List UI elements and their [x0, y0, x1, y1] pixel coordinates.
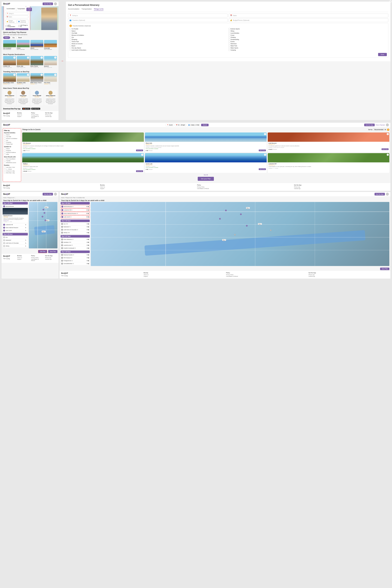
result-zurichlake[interactable]: ♡ Zurich Lake ★★★★★ 4.8 Duration: 1 - 2 …	[145, 153, 266, 173]
bahnhof-expand[interactable]: ⌄	[26, 206, 27, 207]
museum-info[interactable]: ℹ	[26, 227, 26, 228]
add-rhein[interactable]: Add to Plan	[259, 150, 266, 151]
il-fb[interactable]: f	[3, 258, 4, 260]
act-climbing[interactable]: Climbing	[228, 36, 387, 38]
s-twitter[interactable]: t	[6, 187, 6, 189]
filter-wheelchair[interactable]: Wheelchair access	[4, 162, 20, 164]
act-beach[interactable]: Beach	[70, 45, 228, 46]
s-pinterest[interactable]: p	[7, 187, 8, 189]
act-museum[interactable]: Museum & Exhibition	[70, 34, 228, 36]
result-lindenhof[interactable]: ♡ Lindenhof Hill ★★★★★ 4.8 Lindenhofplat…	[268, 153, 389, 173]
travelers-field[interactable]: 👤 Travelers (Optional)	[17, 19, 28, 24]
tab-accommodation[interactable]: Accommodation	[6, 8, 16, 11]
get-app-button[interactable]: Get the App	[42, 2, 53, 5]
heart-burj[interactable]: ♡	[13, 74, 16, 76]
rbg-icon2[interactable]: 🗑	[88, 254, 89, 256]
get-plan-button[interactable]: Get your Plan	[198, 177, 214, 181]
rbg-icon1[interactable]: ⚙	[87, 254, 88, 256]
rplace-lindenhof[interactable]: 2 Lindenhof Hill ① ⚙ 🗑	[60, 208, 90, 212]
footer-about[interactable]: About Us	[17, 114, 29, 116]
act-nature[interactable]: Nature	[70, 30, 228, 32]
rplace-prediger[interactable]: 3 Predigerkirche ① ⚙ 🗑	[60, 260, 90, 262]
rplace-lake[interactable]: 4 Lake Zurich ① ⚙ 🗑	[60, 215, 90, 218]
itin-left-avatar[interactable]	[54, 193, 57, 196]
result-lindt[interactable]: ♡ Lindt Museum ★★★★½ 4.5 An extensive gu…	[268, 132, 389, 152]
find-tripmate[interactable]: Find a Tripmate	[376, 124, 385, 126]
heart-london[interactable]: ♡	[13, 56, 16, 59]
lake-info[interactable]: ℹ	[26, 230, 26, 231]
rsc-icon1[interactable]: ⚙	[87, 232, 88, 233]
dest-putten[interactable]: Putten Near Amsterdam	[17, 40, 30, 50]
itin-right-avatar[interactable]	[386, 193, 389, 196]
rplace-friedhof[interactable]: 4 Friedhof Grindewald ① ⚙ 🗑	[60, 247, 90, 250]
rb-icon1[interactable]: ⚙	[86, 206, 88, 207]
ir-li[interactable]: in	[62, 275, 63, 276]
save-plan-button[interactable]: Save Plan	[48, 250, 58, 253]
ir-ig[interactable]: ig	[66, 275, 68, 276]
act-waterpark[interactable]: Water Park	[228, 45, 387, 46]
act-snowboard[interactable]: Snowboarding	[228, 39, 387, 40]
rplace-botanical[interactable]: 1 Botanical Garden ① ⚙ 🗑	[60, 254, 90, 256]
ir-pi[interactable]: p	[65, 275, 66, 276]
rplace-lindt-home[interactable]: 3 Lindt Home of Chocolate ① ⚙ 🗑	[60, 228, 90, 231]
destination-input[interactable]: 📍Zurich	[166, 124, 174, 126]
rz-icon1[interactable]: ⚙	[87, 223, 88, 224]
edit-plan-button[interactable]: Edit Plan	[38, 250, 47, 253]
il-cancel[interactable]: Cancellation & Refund	[31, 258, 43, 261]
rz-icon2[interactable]: 🗑	[88, 223, 89, 224]
s-linkedin[interactable]: in	[4, 187, 5, 189]
filter-citywalk[interactable]: City Walk	[4, 136, 20, 138]
dest-otterlo[interactable]: Otterlo Near Amsterdam	[30, 40, 43, 50]
pop-london[interactable]: ♡ London, UK 1016 Things to do	[3, 56, 16, 68]
rnd-icon1[interactable]: ⚙	[87, 226, 88, 228]
ir-privacy[interactable]: Privacy Policy	[226, 274, 306, 276]
heart-montrck[interactable]: ♡	[54, 56, 56, 59]
budget-input[interactable]: 💰 Budget/Person (Optional)	[229, 18, 388, 22]
filter-nature[interactable]: Nature	[4, 134, 20, 136]
filter-theme[interactable]: Theme Park	[4, 143, 20, 145]
rpk-icon1[interactable]: ⚙	[87, 260, 88, 262]
il-android[interactable]: Android App	[45, 258, 57, 260]
rlh-icon1[interactable]: ⚙	[87, 229, 88, 230]
app-store-badge[interactable]: 🍎 App Store	[22, 108, 30, 110]
rday4-header[interactable]: Day 4 (18 Apr)	[60, 250, 90, 253]
footer-privacy[interactable]: Privacy Policy	[31, 114, 43, 116]
act-shopping[interactable]: Shopping	[70, 39, 228, 40]
day2-header[interactable]: Day 2 (16 Apr) ▼	[3, 233, 28, 236]
ri-icon1[interactable]: ⚙	[87, 242, 88, 243]
footer-iphone[interactable]: iPhone App	[45, 114, 57, 116]
tab-things-to-do[interactable]: Things to Do	[26, 8, 32, 11]
il-support[interactable]: Support	[17, 258, 29, 260]
filter-infants[interactable]: Infants	[4, 148, 20, 150]
s-facebook[interactable]: f	[3, 187, 4, 189]
sihl-info[interactable]: ℹ	[26, 245, 26, 247]
filter-transfer[interactable]: Transfer	[4, 160, 20, 162]
pop-rome[interactable]: ♡ Rome, Italy 1410 Things to do	[17, 56, 30, 68]
heart-lindt[interactable]: ♡	[387, 133, 389, 135]
result-pfalikon[interactable]: ♡ Pfalikon ★★★★★ 4.8 Switzerland's large…	[22, 153, 144, 173]
trend-pisa[interactable]: ♡ Pisa Tower ★★★★½ 4.5	[44, 73, 57, 84]
linkedin-icon[interactable]: in	[4, 115, 5, 117]
place-niederdorf[interactable]: 2 Niederdorf ℹ ⌄	[3, 239, 28, 242]
sihl-expand[interactable]: ⌄	[26, 245, 27, 246]
place-sihlcity[interactable]: 4 Sihlcity ℹ ⌄	[3, 245, 28, 247]
filter-1to4hr[interactable]: 1 - 4 hours	[4, 168, 20, 170]
act-extreme[interactable]: Extreme Sports	[228, 28, 387, 30]
going-to-input[interactable]: 📍 Going to	[68, 14, 228, 17]
rplace-zoo[interactable]: 1 Zoo ①① ⚙ 🗑	[60, 222, 90, 225]
twitter-icon[interactable]: t	[6, 115, 6, 117]
act-events[interactable]: Events	[228, 41, 387, 42]
search-get-app[interactable]: Get the App	[364, 124, 374, 126]
rplace-ruins[interactable]: 1 Ruins Weissens ① ⚙ 🗑	[60, 238, 90, 241]
sf-privacy[interactable]: Privacy Policy	[197, 186, 292, 188]
rl-icon2[interactable]: 🗑	[88, 209, 89, 211]
place-zoo[interactable]: 1 Zoo ⌄	[3, 236, 28, 238]
act-local[interactable]: Local Activities	[228, 32, 387, 34]
act-zoo[interactable]: Zoo	[70, 36, 228, 38]
footer-support[interactable]: Support	[17, 116, 29, 117]
filter-4hrto1day[interactable]: 4 hours to 1 day	[4, 170, 20, 172]
il-pi[interactable]: p	[7, 258, 8, 260]
trend-eiffel[interactable]: ♡ Eiffel Tower, France ★★★★½ 4.5	[30, 73, 43, 84]
act-shows[interactable]: Shows & Concerts	[70, 43, 228, 44]
place-lake-zurich[interactable]: 4 Lake Zurich ℹ ⌄	[3, 229, 28, 232]
